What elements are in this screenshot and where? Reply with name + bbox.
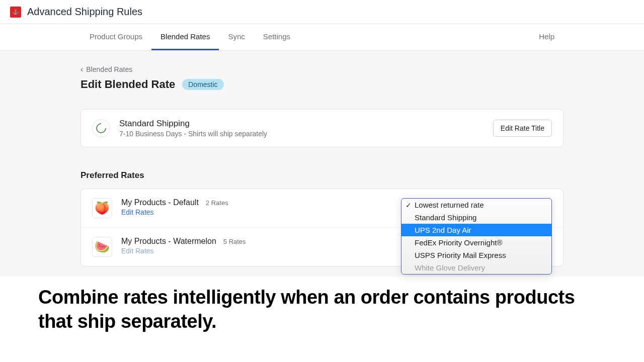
dropdown-option[interactable]: White Glove Delivery <box>401 261 551 274</box>
rate-row: 🍑 My Products - Default 2 Rates Edit Rat… <box>81 189 563 228</box>
dropdown-option[interactable]: UPS 2nd Day Air <box>401 224 551 236</box>
app-logo-icon <box>10 7 21 18</box>
main-content: ‹ Blended Rates Edit Blended Rate Domest… <box>80 51 564 281</box>
dropdown-option[interactable]: Lowest returned rate <box>401 199 551 211</box>
app-title: Advanced Shipping Rules <box>27 6 142 18</box>
product-info: My Products - Watermelon 5 Rates Edit Ra… <box>121 237 246 255</box>
page-title-row: Edit Blended Rate Domestic <box>80 78 564 91</box>
page-title: Edit Blended Rate <box>80 78 175 91</box>
rate-select-dropdown[interactable]: Lowest returned rate Standard Shipping U… <box>401 198 552 275</box>
dropdown-option[interactable]: USPS Priority Mail Express <box>401 249 551 261</box>
rate-count: 5 Rates <box>223 238 246 245</box>
product-icon: 🍉 <box>92 237 112 257</box>
breadcrumb-label: Blended Rates <box>86 65 132 73</box>
rate-count: 2 Rates <box>206 199 228 207</box>
preferred-rates-card: 🍑 My Products - Default 2 Rates Edit Rat… <box>80 189 564 266</box>
headline-overlay: Combine rates intelligently when an orde… <box>0 277 644 362</box>
edit-rates-link[interactable]: Edit Rates <box>121 208 228 216</box>
dropdown-option[interactable]: Standard Shipping <box>401 211 551 224</box>
status-badge: Domestic <box>182 79 223 90</box>
nav-bar: Product Groups Blended Rates Sync Settin… <box>0 24 644 51</box>
shipping-info: Standard Shipping 7-10 Business Days - S… <box>119 119 267 138</box>
preferred-rates-heading: Preferred Rates <box>80 170 564 180</box>
edit-rates-link[interactable]: Edit Rates <box>121 247 246 255</box>
shipping-card: Standard Shipping 7-10 Business Days - S… <box>80 109 564 147</box>
edit-rate-title-button[interactable]: Edit Rate Title <box>493 120 552 137</box>
nav-blended-rates[interactable]: Blended Rates <box>151 24 219 50</box>
shipping-title: Standard Shipping <box>119 119 267 129</box>
chevron-left-icon: ‹ <box>80 65 83 74</box>
app-header: Advanced Shipping Rules <box>0 0 644 24</box>
dropdown-option[interactable]: FedEx Priority Overnight® <box>401 236 551 249</box>
nav-help[interactable]: Help <box>530 24 564 50</box>
product-name: My Products - Default <box>121 198 199 207</box>
breadcrumb[interactable]: ‹ Blended Rates <box>80 65 564 74</box>
nav-sync[interactable]: Sync <box>219 24 254 50</box>
shipping-subtitle: 7-10 Business Days - Shirts will ship se… <box>119 130 267 138</box>
product-info: My Products - Default 2 Rates Edit Rates <box>121 198 228 216</box>
product-icon: 🍑 <box>92 198 112 218</box>
headline-text: Combine rates intelligently when an orde… <box>38 286 606 333</box>
product-name: My Products - Watermelon <box>121 237 216 246</box>
shipping-icon <box>92 119 110 137</box>
nav-settings[interactable]: Settings <box>254 24 299 50</box>
nav-product-groups[interactable]: Product Groups <box>80 24 151 50</box>
